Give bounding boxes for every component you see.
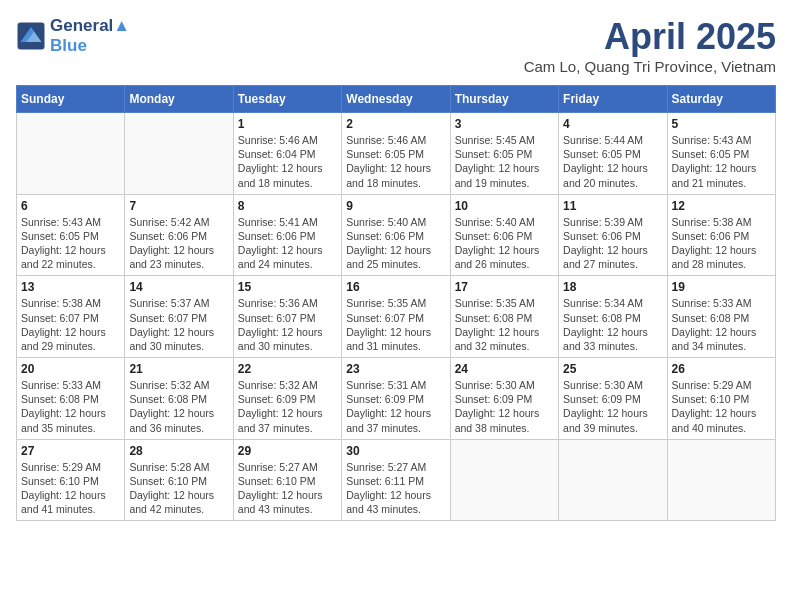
calendar-cell: 29Sunrise: 5:27 AMSunset: 6:10 PMDayligh… <box>233 439 341 521</box>
day-number: 17 <box>455 280 554 294</box>
day-number: 6 <box>21 199 120 213</box>
day-number: 28 <box>129 444 228 458</box>
logo: General▲ Blue <box>16 16 130 56</box>
calendar-week-row: 13Sunrise: 5:38 AMSunset: 6:07 PMDayligh… <box>17 276 776 358</box>
calendar-cell <box>559 439 667 521</box>
day-info: Sunrise: 5:35 AMSunset: 6:08 PMDaylight:… <box>455 296 554 353</box>
day-number: 4 <box>563 117 662 131</box>
calendar-cell: 26Sunrise: 5:29 AMSunset: 6:10 PMDayligh… <box>667 358 775 440</box>
day-info: Sunrise: 5:32 AMSunset: 6:09 PMDaylight:… <box>238 378 337 435</box>
calendar-header-row: SundayMondayTuesdayWednesdayThursdayFrid… <box>17 86 776 113</box>
calendar-cell: 10Sunrise: 5:40 AMSunset: 6:06 PMDayligh… <box>450 194 558 276</box>
col-header-tuesday: Tuesday <box>233 86 341 113</box>
calendar-cell <box>450 439 558 521</box>
day-info: Sunrise: 5:42 AMSunset: 6:06 PMDaylight:… <box>129 215 228 272</box>
calendar-cell: 30Sunrise: 5:27 AMSunset: 6:11 PMDayligh… <box>342 439 450 521</box>
day-info: Sunrise: 5:43 AMSunset: 6:05 PMDaylight:… <box>21 215 120 272</box>
calendar-cell: 27Sunrise: 5:29 AMSunset: 6:10 PMDayligh… <box>17 439 125 521</box>
day-info: Sunrise: 5:29 AMSunset: 6:10 PMDaylight:… <box>672 378 771 435</box>
calendar-cell: 23Sunrise: 5:31 AMSunset: 6:09 PMDayligh… <box>342 358 450 440</box>
day-number: 30 <box>346 444 445 458</box>
logo-icon <box>16 21 46 51</box>
calendar-cell: 16Sunrise: 5:35 AMSunset: 6:07 PMDayligh… <box>342 276 450 358</box>
day-info: Sunrise: 5:32 AMSunset: 6:08 PMDaylight:… <box>129 378 228 435</box>
day-info: Sunrise: 5:46 AMSunset: 6:04 PMDaylight:… <box>238 133 337 190</box>
day-info: Sunrise: 5:36 AMSunset: 6:07 PMDaylight:… <box>238 296 337 353</box>
calendar-cell: 22Sunrise: 5:32 AMSunset: 6:09 PMDayligh… <box>233 358 341 440</box>
day-info: Sunrise: 5:33 AMSunset: 6:08 PMDaylight:… <box>21 378 120 435</box>
day-number: 21 <box>129 362 228 376</box>
col-header-sunday: Sunday <box>17 86 125 113</box>
day-number: 8 <box>238 199 337 213</box>
day-info: Sunrise: 5:44 AMSunset: 6:05 PMDaylight:… <box>563 133 662 190</box>
day-number: 18 <box>563 280 662 294</box>
day-info: Sunrise: 5:31 AMSunset: 6:09 PMDaylight:… <box>346 378 445 435</box>
calendar-cell: 5Sunrise: 5:43 AMSunset: 6:05 PMDaylight… <box>667 113 775 195</box>
calendar-cell: 19Sunrise: 5:33 AMSunset: 6:08 PMDayligh… <box>667 276 775 358</box>
col-header-thursday: Thursday <box>450 86 558 113</box>
day-number: 13 <box>21 280 120 294</box>
col-header-wednesday: Wednesday <box>342 86 450 113</box>
calendar-cell: 20Sunrise: 5:33 AMSunset: 6:08 PMDayligh… <box>17 358 125 440</box>
col-header-monday: Monday <box>125 86 233 113</box>
day-number: 11 <box>563 199 662 213</box>
day-info: Sunrise: 5:40 AMSunset: 6:06 PMDaylight:… <box>455 215 554 272</box>
day-info: Sunrise: 5:34 AMSunset: 6:08 PMDaylight:… <box>563 296 662 353</box>
day-number: 1 <box>238 117 337 131</box>
day-info: Sunrise: 5:43 AMSunset: 6:05 PMDaylight:… <box>672 133 771 190</box>
day-info: Sunrise: 5:28 AMSunset: 6:10 PMDaylight:… <box>129 460 228 517</box>
col-header-saturday: Saturday <box>667 86 775 113</box>
calendar-cell <box>125 113 233 195</box>
day-number: 10 <box>455 199 554 213</box>
calendar-cell: 12Sunrise: 5:38 AMSunset: 6:06 PMDayligh… <box>667 194 775 276</box>
calendar-cell: 13Sunrise: 5:38 AMSunset: 6:07 PMDayligh… <box>17 276 125 358</box>
day-number: 23 <box>346 362 445 376</box>
day-info: Sunrise: 5:27 AMSunset: 6:10 PMDaylight:… <box>238 460 337 517</box>
day-info: Sunrise: 5:27 AMSunset: 6:11 PMDaylight:… <box>346 460 445 517</box>
calendar-cell: 24Sunrise: 5:30 AMSunset: 6:09 PMDayligh… <box>450 358 558 440</box>
calendar-cell: 1Sunrise: 5:46 AMSunset: 6:04 PMDaylight… <box>233 113 341 195</box>
day-number: 3 <box>455 117 554 131</box>
day-number: 5 <box>672 117 771 131</box>
calendar-cell: 2Sunrise: 5:46 AMSunset: 6:05 PMDaylight… <box>342 113 450 195</box>
day-info: Sunrise: 5:38 AMSunset: 6:07 PMDaylight:… <box>21 296 120 353</box>
logo-text: General▲ Blue <box>50 16 130 56</box>
calendar-week-row: 6Sunrise: 5:43 AMSunset: 6:05 PMDaylight… <box>17 194 776 276</box>
calendar-cell: 3Sunrise: 5:45 AMSunset: 6:05 PMDaylight… <box>450 113 558 195</box>
calendar-cell: 21Sunrise: 5:32 AMSunset: 6:08 PMDayligh… <box>125 358 233 440</box>
day-info: Sunrise: 5:46 AMSunset: 6:05 PMDaylight:… <box>346 133 445 190</box>
day-number: 22 <box>238 362 337 376</box>
day-number: 26 <box>672 362 771 376</box>
day-number: 15 <box>238 280 337 294</box>
calendar-cell: 28Sunrise: 5:28 AMSunset: 6:10 PMDayligh… <box>125 439 233 521</box>
day-number: 2 <box>346 117 445 131</box>
calendar-cell: 11Sunrise: 5:39 AMSunset: 6:06 PMDayligh… <box>559 194 667 276</box>
day-number: 19 <box>672 280 771 294</box>
day-info: Sunrise: 5:40 AMSunset: 6:06 PMDaylight:… <box>346 215 445 272</box>
month-title: April 2025 <box>524 16 776 58</box>
day-info: Sunrise: 5:39 AMSunset: 6:06 PMDaylight:… <box>563 215 662 272</box>
day-number: 12 <box>672 199 771 213</box>
day-number: 20 <box>21 362 120 376</box>
day-info: Sunrise: 5:29 AMSunset: 6:10 PMDaylight:… <box>21 460 120 517</box>
calendar-cell: 15Sunrise: 5:36 AMSunset: 6:07 PMDayligh… <box>233 276 341 358</box>
col-header-friday: Friday <box>559 86 667 113</box>
day-number: 27 <box>21 444 120 458</box>
calendar-cell: 7Sunrise: 5:42 AMSunset: 6:06 PMDaylight… <box>125 194 233 276</box>
day-number: 25 <box>563 362 662 376</box>
calendar-cell: 6Sunrise: 5:43 AMSunset: 6:05 PMDaylight… <box>17 194 125 276</box>
day-info: Sunrise: 5:37 AMSunset: 6:07 PMDaylight:… <box>129 296 228 353</box>
calendar-cell: 8Sunrise: 5:41 AMSunset: 6:06 PMDaylight… <box>233 194 341 276</box>
calendar-cell <box>17 113 125 195</box>
day-info: Sunrise: 5:30 AMSunset: 6:09 PMDaylight:… <box>455 378 554 435</box>
calendar-week-row: 1Sunrise: 5:46 AMSunset: 6:04 PMDaylight… <box>17 113 776 195</box>
day-number: 24 <box>455 362 554 376</box>
day-number: 29 <box>238 444 337 458</box>
calendar-week-row: 20Sunrise: 5:33 AMSunset: 6:08 PMDayligh… <box>17 358 776 440</box>
day-number: 9 <box>346 199 445 213</box>
day-number: 14 <box>129 280 228 294</box>
title-block: April 2025 Cam Lo, Quang Tri Province, V… <box>524 16 776 75</box>
day-info: Sunrise: 5:33 AMSunset: 6:08 PMDaylight:… <box>672 296 771 353</box>
calendar-cell: 18Sunrise: 5:34 AMSunset: 6:08 PMDayligh… <box>559 276 667 358</box>
page-header: General▲ Blue April 2025 Cam Lo, Quang T… <box>16 16 776 75</box>
